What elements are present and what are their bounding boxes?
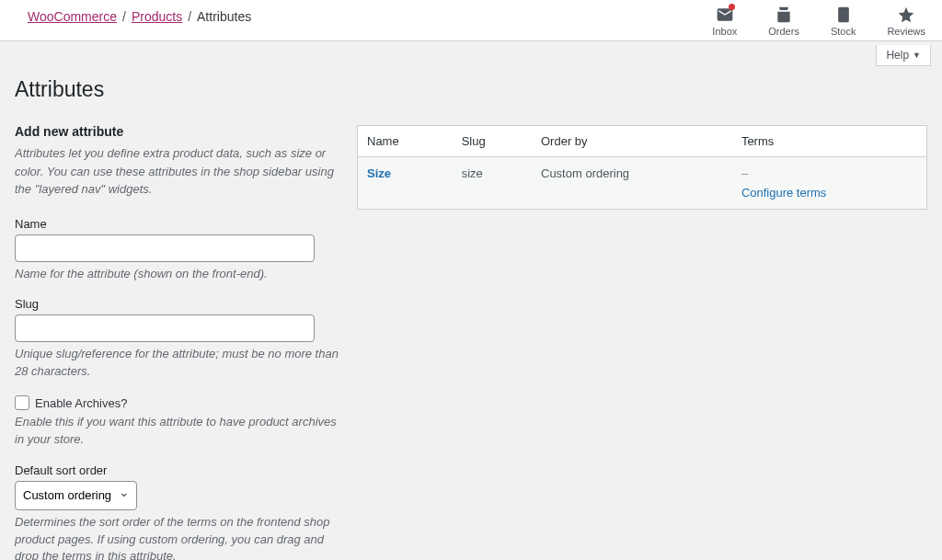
- top-bar: WooCommerce / Products / Attributes Inbo…: [0, 0, 942, 41]
- reviews-label: Reviews: [887, 26, 925, 37]
- help-tab[interactable]: Help ▼: [876, 45, 931, 66]
- sort-order-select[interactable]: Custom ordering: [15, 481, 137, 510]
- table-row: Size size Custom ordering – Configure te…: [358, 157, 926, 209]
- breadcrumb-separator: /: [122, 9, 126, 24]
- attributes-table: Name Slug Order by Terms Size size Custo…: [357, 125, 927, 210]
- notification-dot: [729, 4, 735, 10]
- col-terms[interactable]: Terms: [732, 126, 926, 157]
- left-column: Attributes Add new attribute Attributes …: [15, 74, 339, 560]
- right-column: Name Slug Order by Terms Size size Custo…: [357, 125, 927, 560]
- intro-text: Attributes let you define extra product …: [15, 144, 339, 199]
- attribute-slug-cell: size: [453, 157, 532, 209]
- reviews-button[interactable]: Reviews: [887, 6, 925, 37]
- main-content: Attributes Add new attribute Attributes …: [0, 66, 942, 560]
- orders-button[interactable]: Orders: [768, 6, 799, 37]
- name-field: Name Name for the attribute (shown on th…: [15, 217, 339, 283]
- help-label: Help: [886, 49, 909, 62]
- configure-terms-link[interactable]: Configure terms: [741, 186, 917, 200]
- orders-icon: [775, 6, 793, 24]
- col-order[interactable]: Order by: [532, 126, 732, 157]
- terms-dash: –: [741, 166, 748, 180]
- orders-label: Orders: [768, 26, 799, 37]
- col-slug[interactable]: Slug: [453, 126, 532, 157]
- help-row: Help ▼: [0, 41, 942, 66]
- enable-archives-checkbox[interactable]: [15, 395, 29, 410]
- slug-label: Slug: [15, 297, 339, 311]
- star-icon: [897, 6, 915, 24]
- slug-input[interactable]: [15, 314, 315, 342]
- attribute-order-cell: Custom ordering: [532, 157, 732, 209]
- archives-field: Enable Archives? Enable this if you want…: [15, 395, 339, 449]
- header-actions: Inbox Orders Stock Reviews: [712, 6, 925, 37]
- breadcrumb-link-products[interactable]: Products: [132, 9, 182, 24]
- stock-button[interactable]: Stock: [831, 6, 856, 37]
- slug-field: Slug Unique slug/reference for the attri…: [15, 297, 339, 381]
- table-header-row: Name Slug Order by Terms: [358, 126, 926, 157]
- sort-order-field: Default sort order Custom ordering Deter…: [15, 463, 339, 560]
- attribute-name-link[interactable]: Size: [367, 166, 391, 180]
- stock-icon: [834, 6, 853, 24]
- name-input[interactable]: [15, 234, 315, 262]
- sort-order-hint: Determines the sort order of the terms o…: [15, 514, 339, 560]
- slug-hint: Unique slug/reference for the attribute;…: [15, 346, 339, 381]
- breadcrumb-link-woocommerce[interactable]: WooCommerce: [28, 9, 117, 24]
- name-label: Name: [15, 217, 339, 231]
- chevron-down-icon: ▼: [913, 51, 921, 60]
- stock-label: Stock: [831, 26, 856, 37]
- add-attribute-heading: Add new attribute: [15, 124, 339, 139]
- sort-order-label: Default sort order: [15, 463, 339, 477]
- breadcrumb: WooCommerce / Products / Attributes: [28, 6, 251, 24]
- page-title: Attributes: [15, 77, 339, 102]
- col-name[interactable]: Name: [358, 126, 453, 157]
- breadcrumb-separator: /: [188, 9, 191, 24]
- inbox-label: Inbox: [712, 26, 737, 37]
- breadcrumb-current: Attributes: [197, 9, 251, 24]
- archives-hint: Enable this if you want this attribute t…: [15, 414, 339, 449]
- name-hint: Name for the attribute (shown on the fro…: [15, 266, 339, 283]
- inbox-button[interactable]: Inbox: [712, 6, 737, 37]
- enable-archives-label: Enable Archives?: [35, 396, 127, 410]
